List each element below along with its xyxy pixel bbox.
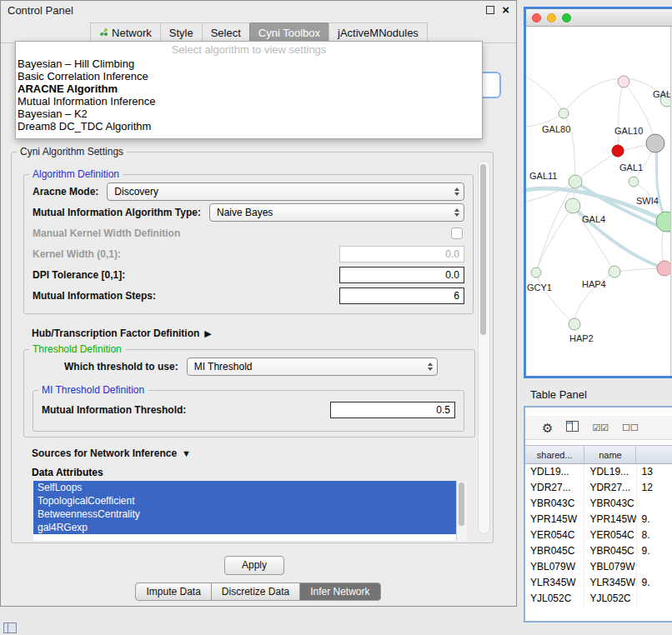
which-threshold-select[interactable]: MI Threshold [187,358,438,376]
list-item[interactable]: gal4RGexp [33,521,456,534]
float-window-icon[interactable] [486,6,494,14]
dropdown-item[interactable]: Dream8 DC_TDC Algorithm [16,120,482,132]
cell: YJL052C [525,591,584,607]
show-columns-icon[interactable] [566,420,579,435]
mi-threshold-field[interactable]: 0.5 [330,402,455,418]
tab-label: jActiveMNodules [338,27,419,39]
node-label: GAL11 [529,171,557,181]
close-traffic-light-icon[interactable] [532,13,541,22]
hub-definition-label: Hub/Transcription Factor Definition [32,328,199,339]
network-node[interactable] [618,76,629,88]
tab-jactivemnodules[interactable]: jActiveMNodules [328,22,428,42]
table-row[interactable]: YBL079W YBL079W [525,559,672,575]
column-header[interactable] [636,446,672,463]
tab-infer-network[interactable]: Infer Network [299,582,380,601]
manual-kernel-checkbox[interactable] [451,228,463,239]
network-node[interactable] [531,268,541,278]
network-node[interactable] [646,134,664,152]
column-header[interactable]: shared... [525,446,584,463]
list-item[interactable]: SelfLoops [33,481,456,494]
dropdown-item[interactable]: Bayesian – Hill Climbing [16,58,482,70]
cell: 8. [637,528,672,543]
table-row[interactable]: YDR27... YDR27... 12 [525,480,672,496]
settings-scrollbar[interactable] [478,161,490,534]
scrollbar-thumb[interactable] [459,482,464,526]
sources-toggle[interactable]: Sources for Network Inference ▼ [32,448,191,459]
close-icon[interactable]: × [502,5,509,15]
tab-select[interactable]: Select [202,22,250,42]
table-row[interactable]: YDL19... YDL19... 13 [525,464,672,480]
aracne-mode-value: Discovery [114,186,158,198]
apply-button[interactable]: Apply [224,556,284,575]
tab-network[interactable]: Network [90,22,161,42]
tab-style[interactable]: Style [160,22,203,42]
table-row[interactable]: YER054C YER054C 8. [525,528,672,543]
list-item[interactable]: BetweennessCentrality [33,508,456,521]
cell: YDL19... [525,464,584,480]
network-node[interactable] [629,177,639,187]
network-canvas[interactable]: GAL80 GAL10 GAL1 GAL11 SWI4 GAL4 GCY1 HA… [526,27,672,376]
table-row[interactable]: YPR145W YPR145W 9. [525,512,672,528]
network-node-selected[interactable] [612,145,624,157]
mi-threshold-definition-group: MI Threshold Definition Mutual Informati… [33,390,464,432]
scrollbar-thumb[interactable] [480,164,486,335]
list-item[interactable]: TopologicalCoefficient [33,494,456,508]
list-scrollbar[interactable] [456,481,467,541]
tab-discretize-data[interactable]: Discretize Data [211,582,300,601]
network-node[interactable] [569,318,580,330]
data-attributes-list: SelfLoops TopologicalCoefficient Between… [33,481,467,541]
zoom-traffic-light-icon[interactable] [562,13,571,22]
mi-steps-field[interactable]: 6 [339,288,464,304]
column-header[interactable]: name [584,446,636,463]
mi-threshold-label: Mutual Information Threshold: [42,404,186,416]
group-title: Threshold Definition [29,343,125,355]
table-row[interactable]: YBR043C YBR043C [525,496,672,512]
network-node[interactable] [569,175,582,188]
threshold-definition-group: Threshold Definition Which threshold to … [23,349,475,438]
table-row[interactable]: YJL052C YJL052C [525,591,672,607]
mi-steps-label: Mutual Information Steps: [33,290,156,302]
tab-cyni-toolbox[interactable]: Cyni Toolbox [249,22,329,42]
cell: 9. [637,512,672,528]
table-row[interactable]: YLR345W YLR345W 9. [525,575,672,591]
mi-type-select[interactable]: Naive Bayes [209,203,464,222]
tab-label: Cyni Toolbox [258,27,320,39]
cell: YDR27... [584,480,636,496]
control-panel-titlebar[interactable]: Control Panel × [1,1,516,19]
chevron-down-icon: ▼ [182,448,191,458]
table-panel-title: Table Panel [530,388,587,401]
table-toolbar: ⚙ ☑☑ ☐☐ [525,416,672,440]
dropdown-placeholder: Select algorithm to view settings [16,42,482,58]
dropdown-item[interactable]: Mutual Information Inference [16,95,482,108]
tab-label: Network [112,27,152,39]
table-row[interactable]: YBR045C YBR045C 9. [525,543,672,559]
cell: YBR045C [584,543,636,559]
node-label: HAP2 [569,333,594,343]
stepper-icon [454,208,459,217]
cell: YBL079W [525,559,584,575]
minimize-traffic-light-icon[interactable] [547,13,556,22]
gear-icon[interactable]: ⚙ [542,422,553,434]
tab-impute-data[interactable]: Impute Data [135,582,211,601]
dock-panel-icon[interactable] [3,622,17,633]
cell: YBL079W [584,559,636,575]
dropdown-item[interactable]: Bayesian – K2 [16,108,482,120]
cell: YBR043C [584,496,636,512]
window-title: Control Panel [8,4,73,17]
unselect-all-columns-icon[interactable]: ☐☐ [622,422,639,433]
select-all-columns-icon[interactable]: ☑☑ [592,422,609,433]
kernel-width-field[interactable]: 0.0 [339,246,464,262]
dropdown-item[interactable]: Basic Correlation Inference [16,70,482,82]
aracne-mode-select[interactable]: Discovery [107,182,464,201]
network-tab-icon [99,27,108,39]
hub-definition-toggle[interactable]: Hub/Transcription Factor Definition ▶ [32,328,212,339]
cell: YLR345W [525,575,584,591]
cell: YDL19... [584,464,636,480]
dropdown-item-selected[interactable]: ARACNE Algorithm [16,82,482,95]
dpi-tolerance-field[interactable]: 0.0 [339,267,464,283]
network-node[interactable] [609,266,620,278]
network-window-titlebar[interactable] [526,9,672,27]
network-node[interactable] [559,108,569,118]
network-node[interactable] [565,198,580,213]
cell: YLR345W [584,575,636,591]
